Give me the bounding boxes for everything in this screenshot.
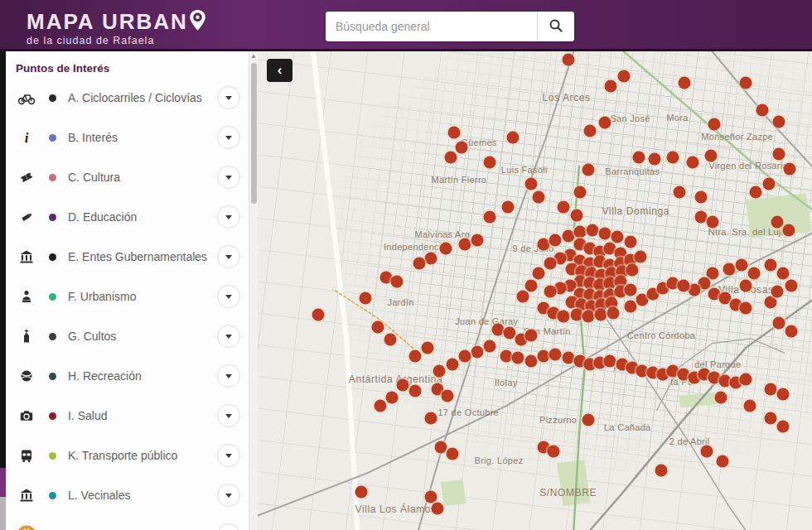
poi-marker[interactable] [455, 142, 467, 154]
poi-marker[interactable] [632, 151, 645, 163]
poi-marker[interactable] [547, 446, 559, 458]
poi-marker[interactable] [432, 502, 444, 514]
poi-marker[interactable] [784, 163, 796, 176]
poi-marker[interactable] [500, 350, 512, 363]
poi-marker[interactable] [595, 308, 607, 320]
poi-marker[interactable] [700, 446, 713, 458]
poi-marker[interactable] [695, 210, 708, 223]
poi-marker[interactable] [385, 391, 398, 403]
poi-marker[interactable] [764, 412, 776, 424]
poi-marker[interactable] [582, 163, 595, 176]
poi-marker[interactable] [717, 455, 729, 467]
poi-marker[interactable] [723, 263, 736, 275]
poi-marker[interactable] [524, 280, 537, 292]
poi-marker[interactable] [736, 258, 748, 271]
poi-marker[interactable] [678, 280, 690, 292]
poi-marker[interactable] [501, 200, 514, 213]
poi-marker[interactable] [772, 115, 785, 128]
poi-marker[interactable] [440, 243, 452, 255]
poi-marker[interactable] [626, 264, 638, 277]
poi-marker[interactable] [448, 127, 461, 139]
poi-marker[interactable] [371, 320, 384, 333]
poi-marker[interactable] [458, 350, 471, 363]
poi-marker[interactable] [599, 228, 611, 240]
category-expand-button[interactable] [217, 86, 240, 109]
poi-marker[interactable] [667, 151, 679, 163]
sidebar-item-c[interactable]: C. Cultura [6, 157, 249, 197]
poi-marker[interactable] [605, 80, 617, 93]
poi-marker[interactable] [425, 412, 437, 424]
poi-marker[interactable] [772, 148, 785, 161]
poi-marker[interactable] [762, 178, 775, 190]
poi-marker[interactable] [587, 224, 599, 237]
sidebar-item-h[interactable]: H. Recreación [6, 356, 249, 396]
poi-marker[interactable] [483, 210, 495, 223]
poi-marker[interactable] [634, 250, 646, 263]
category-expand-button[interactable] [217, 364, 240, 388]
poi-marker[interactable] [562, 351, 574, 364]
poi-marker[interactable] [777, 388, 790, 400]
poi-marker[interactable] [425, 491, 437, 504]
poi-marker[interactable] [390, 276, 403, 288]
sidebar-item-k[interactable]: K. Transporte público [6, 436, 249, 475]
poi-marker[interactable] [533, 267, 545, 280]
poi-marker[interactable] [715, 391, 727, 403]
poi-marker[interactable] [446, 359, 458, 371]
poi-marker[interactable] [471, 234, 483, 246]
poi-marker[interactable] [359, 292, 371, 305]
poi-marker[interactable] [708, 118, 721, 130]
poi-marker[interactable] [408, 384, 421, 397]
poi-marker[interactable] [764, 383, 776, 396]
poi-marker[interactable] [695, 190, 708, 203]
poi-marker[interactable] [624, 301, 636, 313]
poi-marker[interactable] [582, 311, 595, 323]
sidebar-item-g[interactable]: G. Cultos [6, 316, 249, 356]
poi-marker[interactable] [584, 124, 597, 137]
poi-marker[interactable] [524, 178, 537, 190]
poi-marker[interactable] [374, 399, 386, 412]
sidebar-item-a[interactable]: A. Ciclocarriles / Ciclovías [6, 78, 249, 118]
sidebar-item-d[interactable]: D. Educación [6, 197, 249, 237]
sidebar-item-i[interactable]: I. Salud [6, 396, 249, 436]
poi-marker[interactable] [458, 238, 471, 250]
poi-marker[interactable] [483, 157, 495, 169]
poi-marker[interactable] [744, 399, 756, 412]
poi-marker[interactable] [549, 234, 562, 246]
poi-marker[interactable] [396, 378, 408, 391]
poi-marker[interactable] [544, 258, 557, 270]
poi-marker[interactable] [618, 70, 631, 83]
poi-marker[interactable] [785, 325, 798, 338]
sidebar-item-m[interactable]: M. Mapa accidentología [6, 515, 249, 530]
sidebar-item-b[interactable]: iB. Interés [6, 118, 249, 157]
poi-marker[interactable] [764, 296, 776, 308]
poi-marker[interactable] [442, 390, 454, 402]
poi-marker[interactable] [533, 190, 545, 203]
sidebar-scrollbar[interactable]: ▲ [249, 51, 258, 530]
search-input[interactable] [326, 12, 537, 41]
category-expand-button[interactable] [217, 444, 240, 467]
poi-marker[interactable] [445, 151, 457, 163]
poi-marker[interactable] [549, 348, 562, 360]
poi-marker[interactable] [771, 286, 783, 298]
poi-marker[interactable] [408, 350, 421, 363]
poi-marker[interactable] [772, 316, 785, 329]
category-expand-button[interactable] [217, 404, 240, 427]
poi-marker[interactable] [764, 258, 776, 271]
poi-marker[interactable] [649, 153, 661, 166]
poi-marker[interactable] [777, 421, 790, 433]
poi-marker[interactable] [771, 215, 783, 228]
scrollbar-thumb[interactable] [251, 63, 257, 204]
poi-marker[interactable] [312, 308, 324, 320]
poi-marker[interactable] [574, 225, 587, 238]
poi-marker[interactable] [607, 307, 620, 320]
poi-marker[interactable] [524, 354, 537, 367]
category-expand-button[interactable] [217, 245, 240, 268]
poi-marker[interactable] [421, 341, 433, 354]
poi-marker[interactable] [777, 267, 790, 280]
poi-marker[interactable] [355, 485, 368, 498]
search-button[interactable] [538, 12, 574, 41]
category-expand-button[interactable] [217, 205, 240, 229]
poi-marker[interactable] [655, 464, 668, 476]
poi-marker[interactable] [740, 77, 752, 89]
poi-marker[interactable] [604, 354, 616, 367]
